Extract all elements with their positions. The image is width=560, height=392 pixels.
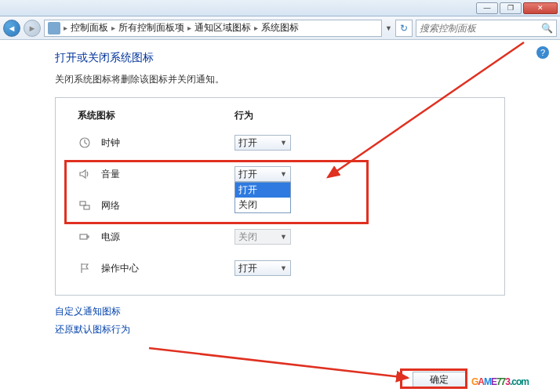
volume-dropdown: 打开 关闭 — [235, 182, 291, 213]
row-clock: 时钟 打开▼ — [78, 127, 482, 158]
links: 自定义通知图标 还原默认图标行为 — [55, 305, 505, 336]
back-button[interactable]: ◄ — [3, 20, 20, 37]
navbar: ◄ ► ▸ 控制面板 ▸ 所有控制面板项 ▸ 通知区域图标 ▸ 系统图标 ▼ ↻… — [0, 16, 560, 40]
chevron-down-icon: ▼ — [280, 139, 287, 147]
icon-panel: 系统图标 行为 时钟 打开▼ 音量 打开▼ 打开 关闭 网络 打开▼ — [55, 97, 505, 296]
volume-icon — [78, 168, 92, 180]
help-icon[interactable]: ? — [536, 46, 549, 59]
maximize-button[interactable]: ❐ — [500, 2, 522, 14]
row-label: 时钟 — [101, 136, 235, 150]
page-title: 打开或关闭系统图标 — [55, 51, 505, 65]
titlebar: — ❐ ✕ — [0, 0, 560, 16]
link-customize[interactable]: 自定义通知图标 — [55, 305, 505, 318]
search-box[interactable]: 🔍 — [416, 20, 557, 37]
power-icon — [78, 230, 92, 243]
chevron-down-icon: ▼ — [280, 170, 287, 178]
watermark: GAME773.com — [471, 366, 529, 390]
close-button[interactable]: ✕ — [523, 2, 558, 14]
clock-icon — [78, 136, 92, 149]
refresh-button[interactable]: ↻ — [395, 20, 413, 37]
row-label: 电源 — [101, 230, 235, 244]
svg-line-6 — [149, 348, 408, 378]
table-header: 系统图标 行为 — [78, 109, 482, 127]
svg-rect-3 — [80, 234, 87, 239]
dropdown-option-open[interactable]: 打开 — [235, 183, 290, 198]
header-action: 行为 — [235, 109, 482, 122]
network-icon — [78, 199, 92, 212]
content: ? 打开或关闭系统图标 关闭系统图标将删除该图标并关闭通知。 系统图标 行为 时… — [0, 40, 560, 349]
chevron-right-icon: ▸ — [110, 24, 117, 32]
forward-button[interactable]: ► — [24, 20, 41, 37]
row-label: 网络 — [101, 199, 235, 212]
breadcrumb-root[interactable]: 控制面板 — [71, 21, 108, 34]
volume-select[interactable]: 打开▼ 打开 关闭 — [235, 166, 291, 182]
action-select[interactable]: 打开▼ — [235, 260, 291, 276]
chevron-right-icon: ▸ — [62, 24, 69, 32]
svg-rect-4 — [87, 236, 89, 238]
power-select: 关闭▼ — [235, 229, 291, 245]
chevron-right-icon: ▸ — [186, 24, 193, 32]
page-desc: 关闭系统图标将删除该图标并关闭通知。 — [55, 73, 505, 86]
search-input[interactable] — [420, 23, 538, 34]
row-power: 电源 关闭▼ — [78, 221, 482, 252]
control-panel-icon — [48, 22, 60, 34]
flag-icon — [78, 262, 92, 274]
ok-button[interactable]: 确定 — [413, 372, 466, 387]
row-label: 音量 — [101, 168, 235, 181]
search-icon[interactable]: 🔍 — [541, 23, 553, 34]
chevron-right-icon: ▸ — [253, 24, 260, 32]
row-label: 操作中心 — [101, 262, 235, 275]
minimize-button[interactable]: — — [476, 2, 498, 14]
link-restore[interactable]: 还原默认图标行为 — [55, 323, 505, 336]
header-icon: 系统图标 — [78, 109, 235, 122]
breadcrumb[interactable]: ▸ 控制面板 ▸ 所有控制面板项 ▸ 通知区域图标 ▸ 系统图标 — [44, 20, 382, 37]
breadcrumb-l3[interactable]: 系统图标 — [261, 21, 299, 34]
clock-select[interactable]: 打开▼ — [235, 135, 291, 151]
row-volume: 音量 打开▼ 打开 关闭 — [78, 158, 482, 190]
chevron-down-icon: ▼ — [280, 264, 287, 272]
svg-rect-2 — [84, 205, 89, 209]
chevron-down-icon: ▼ — [280, 233, 287, 241]
dropdown-arrow-icon[interactable]: ▼ — [385, 24, 392, 32]
breadcrumb-l1[interactable]: 所有控制面板项 — [118, 21, 184, 34]
row-action-center: 操作中心 打开▼ — [78, 252, 482, 284]
svg-rect-1 — [80, 201, 85, 205]
breadcrumb-l2[interactable]: 通知区域图标 — [195, 21, 251, 34]
dropdown-option-close[interactable]: 关闭 — [235, 198, 290, 212]
